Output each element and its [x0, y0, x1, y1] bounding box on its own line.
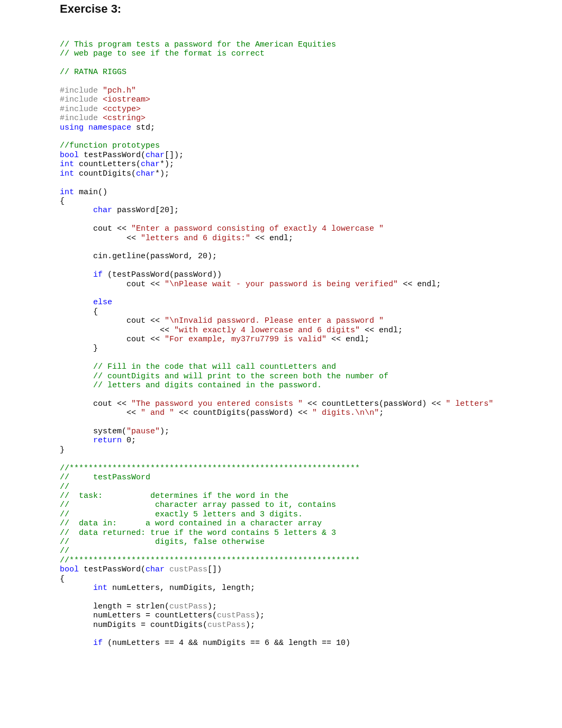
code-comment: // This program tests a password for the… — [60, 40, 336, 49]
code-string: "The password you entered consists " — [131, 399, 303, 408]
code-text: std; — [131, 123, 155, 132]
code-comment: //**************************************… — [60, 556, 360, 565]
code-preproc: #include — [60, 114, 98, 123]
code-text: ); — [207, 602, 217, 611]
code-text: << endl; — [360, 326, 403, 335]
code-comment: // RATNA RIGGS — [60, 68, 126, 77]
code-text: passWord[20]; — [112, 206, 179, 215]
code-comment: // digits, false otherwise — [60, 538, 265, 547]
code-comment: // — [60, 483, 69, 492]
code-text: countLetters( — [74, 160, 141, 169]
code-text: numLetters = countLetters( — [93, 611, 217, 620]
code-keyword: int — [60, 160, 74, 169]
code-keyword: int — [60, 188, 74, 197]
code-comment: // — [60, 547, 69, 556]
code-keyword: return — [93, 436, 122, 445]
code-string: <cstring> — [103, 114, 146, 123]
code-keyword: if — [93, 639, 103, 648]
code-text: *); — [155, 169, 169, 178]
code-text: cout << — [126, 335, 165, 344]
code-keyword: char — [141, 160, 160, 169]
code-text: []); — [165, 151, 184, 160]
code-string: " and " — [141, 408, 174, 417]
code-string: " letters" — [446, 399, 493, 408]
code-text: { — [60, 197, 65, 206]
code-string: "Enter a password consisting of exactly … — [131, 224, 384, 233]
code-comment: // web page to see if the format is corr… — [60, 49, 265, 58]
code-string: " digits.\n\n" — [312, 408, 379, 417]
code-param: custPass — [169, 565, 207, 574]
code-text: { — [93, 307, 98, 316]
code-preproc: #include — [60, 95, 98, 104]
code-text: main() — [74, 188, 107, 197]
code-string: "letters and 6 digits:" — [141, 234, 250, 243]
code-text: testPassWord( — [79, 151, 146, 160]
code-text: cin.getline(passWord, 20); — [93, 252, 217, 261]
code-param: custPass — [207, 621, 246, 630]
code-text: length = strlen( — [93, 602, 169, 611]
code-string: "pch.h" — [103, 86, 136, 95]
code-string: <cctype> — [103, 105, 141, 114]
code-text: cout << — [126, 280, 165, 289]
code-keyword: bool — [60, 151, 79, 160]
code-text: << — [160, 326, 174, 335]
code-text: << — [126, 408, 141, 417]
code-comment: //**************************************… — [60, 464, 360, 473]
code-comment: // task: determines if the word in the — [60, 492, 288, 501]
code-text: numLetters, numDigits, length; — [107, 584, 255, 593]
code-comment: // character array passed to it, contain… — [60, 501, 336, 509]
code-param: custPass — [169, 602, 207, 611]
document-page: Exercise 3: // This program tests a pass… — [0, 0, 562, 669]
code-string: "For example, my37ru7799 is valid" — [165, 335, 327, 344]
code-keyword: using — [60, 123, 84, 132]
code-keyword: bool — [60, 565, 79, 574]
code-keyword: else — [93, 298, 112, 307]
code-string: <iostream> — [103, 95, 150, 104]
code-text: << countDigits(passWord) << — [174, 408, 312, 417]
code-comment: // letters and digits contained in the p… — [93, 381, 322, 390]
code-string: "\nPlease wait - your password is being … — [165, 280, 398, 289]
code-text: ; — [379, 408, 384, 417]
code-keyword: char — [146, 565, 165, 574]
code-comment: // exactly 5 letters and 3 digits. — [60, 510, 303, 519]
code-text: cout << — [126, 316, 165, 325]
code-text: } — [60, 445, 65, 454]
code-text: (numLetters == 4 && numDigits == 6 && le… — [103, 639, 350, 648]
code-preproc: #include — [60, 86, 98, 95]
code-text: cout << — [93, 224, 131, 233]
code-text: } — [93, 344, 98, 353]
code-string: "with exactly 4 lowercase and 6 digits" — [174, 326, 360, 335]
code-keyword: int — [93, 584, 107, 593]
code-comment: // countDigits and will print to the scr… — [93, 372, 388, 381]
code-keyword: namespace — [88, 123, 131, 132]
code-text: 0; — [122, 436, 136, 445]
code-text: testPassWord( — [79, 565, 146, 574]
code-comment: // data in: a word contained in a charac… — [60, 519, 322, 528]
code-text: (testPassWord(passWord)) — [103, 270, 222, 279]
code-text: << — [126, 234, 141, 243]
code-text: ); — [160, 427, 169, 436]
code-listing: // This program tests a password for the… — [60, 40, 562, 648]
code-text: { — [60, 575, 65, 584]
code-text: cout << — [93, 399, 131, 408]
code-param: custPass — [217, 611, 255, 620]
code-string: "pause" — [126, 427, 160, 436]
code-comment: // Fill in the code that will call count… — [93, 362, 336, 371]
code-text: numDigits = countDigits( — [93, 621, 207, 630]
code-preproc: #include — [60, 105, 98, 114]
code-text: ); — [246, 621, 255, 630]
exercise-title: Exercise 3: — [60, 0, 562, 16]
code-text: *); — [160, 160, 174, 169]
code-comment: // testPassWord — [60, 473, 150, 482]
code-comment: // data returned: true if the word conta… — [60, 529, 336, 538]
code-keyword: if — [93, 270, 103, 279]
code-text: << endl; — [398, 280, 441, 289]
code-text: countDigits( — [74, 169, 136, 178]
code-text: []) — [207, 565, 222, 574]
code-keyword: char — [93, 206, 112, 215]
code-text: << endl; — [327, 335, 369, 344]
code-comment: //function prototypes — [60, 141, 160, 150]
code-keyword: char — [146, 151, 165, 160]
code-keyword: char — [136, 169, 155, 178]
code-text: << endl; — [250, 234, 293, 243]
